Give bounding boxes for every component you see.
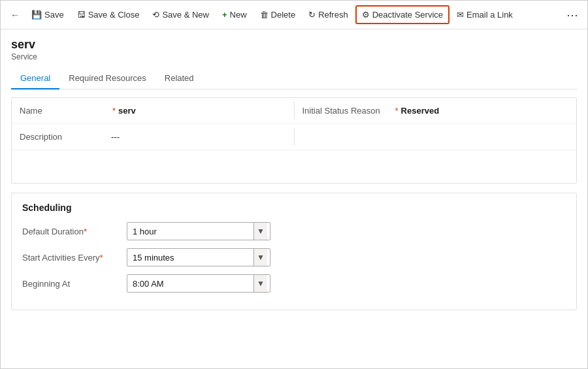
name-required-indicator: * bbox=[112, 106, 116, 116]
start-activities-select[interactable]: 15 minutes ▼ bbox=[127, 248, 270, 266]
default-duration-select[interactable]: 1 hour ▼ bbox=[127, 222, 270, 240]
start-activities-required-indicator: * bbox=[99, 253, 103, 263]
beginning-at-dropdown-arrow: ▼ bbox=[253, 275, 267, 292]
save-button[interactable]: 💾 Save bbox=[25, 6, 70, 24]
new-button[interactable]: + New bbox=[216, 6, 253, 24]
delete-label: Delete bbox=[271, 10, 296, 20]
content-area: serv Service General Required Resources … bbox=[1, 29, 587, 368]
save-icon: 💾 bbox=[31, 10, 42, 20]
start-activities-label: Start Activities Every bbox=[22, 253, 99, 263]
name-value: serv bbox=[118, 106, 286, 116]
email-icon: ✉ bbox=[457, 10, 464, 20]
description-value: --- bbox=[111, 132, 286, 142]
tab-required-resources[interactable]: Required Resources bbox=[59, 68, 155, 89]
save-close-icon: 🖫 bbox=[77, 10, 86, 20]
beginning-at-row: Beginning At 8:00 AM ▼ bbox=[22, 274, 566, 293]
scheduling-section: Scheduling Default Duration* 1 hour ▼ St… bbox=[11, 193, 577, 310]
deactivate-label: Deactivate Service bbox=[372, 10, 443, 20]
tab-bar: General Required Resources Related bbox=[11, 68, 577, 89]
beginning-at-label: Beginning At bbox=[22, 279, 70, 289]
delete-button[interactable]: 🗑 Delete bbox=[254, 6, 302, 24]
duration-required-indicator: * bbox=[84, 227, 87, 236]
tab-general[interactable]: General bbox=[11, 68, 59, 89]
save-label: Save bbox=[44, 10, 64, 20]
back-button[interactable]: ← bbox=[6, 6, 24, 24]
default-duration-row: Default Duration* 1 hour ▼ bbox=[22, 222, 566, 240]
beginning-at-select[interactable]: 8:00 AM ▼ bbox=[127, 274, 270, 293]
name-row: Name * serv Initial Status Reason * Rese… bbox=[12, 98, 576, 124]
initial-status-value: Reserved bbox=[401, 106, 568, 116]
email-link-button[interactable]: ✉ Email a Link bbox=[451, 6, 519, 24]
record-type: Service bbox=[11, 52, 577, 61]
name-label: Name bbox=[20, 106, 111, 116]
start-activities-value: 15 minutes bbox=[133, 253, 253, 263]
deactivate-button[interactable]: ⚙ Deactivate Service bbox=[355, 5, 449, 24]
start-activities-dropdown-arrow: ▼ bbox=[253, 249, 267, 266]
duration-dropdown-arrow: ▼ bbox=[253, 223, 267, 240]
new-icon: + bbox=[222, 10, 227, 20]
save-close-label: Save & Close bbox=[88, 10, 140, 20]
delete-icon: 🗑 bbox=[260, 10, 269, 20]
refresh-label: Refresh bbox=[318, 10, 348, 20]
new-label: New bbox=[230, 10, 247, 20]
save-close-button[interactable]: 🖫 Save & Close bbox=[71, 6, 146, 24]
save-new-button[interactable]: ⟲ Save & New bbox=[146, 6, 215, 24]
email-link-label: Email a Link bbox=[466, 10, 513, 20]
save-new-label: Save & New bbox=[162, 10, 209, 20]
empty-row bbox=[12, 150, 576, 183]
save-new-icon: ⟲ bbox=[152, 10, 159, 20]
refresh-button[interactable]: ↻ Refresh bbox=[302, 6, 354, 24]
beginning-at-value: 8:00 AM bbox=[133, 279, 253, 289]
row-divider bbox=[294, 102, 295, 120]
refresh-icon: ↻ bbox=[308, 10, 316, 20]
record-title: serv bbox=[11, 37, 577, 52]
default-duration-label: Default Duration bbox=[22, 227, 84, 236]
toolbar: ← 💾 Save 🖫 Save & Close ⟲ Save & New + N… bbox=[1, 1, 587, 29]
more-options-button[interactable]: ⋯ bbox=[563, 5, 582, 25]
scheduling-title: Scheduling bbox=[22, 202, 566, 213]
default-duration-value: 1 hour bbox=[133, 227, 253, 236]
initial-status-label: Initial Status Reason bbox=[302, 106, 394, 116]
description-label: Description bbox=[20, 132, 111, 142]
deactivate-icon: ⚙ bbox=[362, 10, 370, 20]
initial-status-required-indicator: * bbox=[395, 106, 399, 116]
general-form-section: Name * serv Initial Status Reason * Rese… bbox=[11, 97, 577, 184]
description-row: Description --- bbox=[12, 124, 576, 150]
start-activities-row: Start Activities Every* 15 minutes ▼ bbox=[22, 248, 566, 266]
tab-related[interactable]: Related bbox=[155, 68, 203, 89]
row-divider-2 bbox=[294, 128, 295, 146]
